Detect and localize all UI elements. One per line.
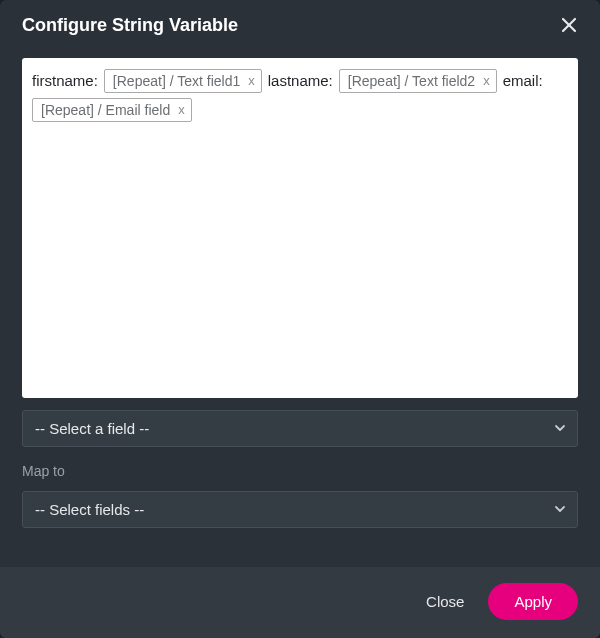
map-to-value: -- Select fields --	[35, 501, 144, 518]
select-field-value: -- Select a field --	[35, 420, 149, 437]
modal-footer: Close Apply	[0, 567, 600, 638]
modal-body: firstname: [Repeat] / Text field1 x last…	[0, 50, 600, 567]
editor-content: firstname: [Repeat] / Text field1 x last…	[32, 68, 568, 122]
map-to-dropdown[interactable]: -- Select fields --	[22, 491, 578, 528]
entry-label: email:	[503, 68, 543, 94]
apply-button[interactable]: Apply	[488, 583, 578, 620]
token-remove-icon[interactable]: x	[246, 68, 257, 94]
close-button[interactable]: Close	[422, 585, 468, 618]
modal-header: Configure String Variable	[0, 0, 600, 50]
map-to-wrap: -- Select fields --	[22, 491, 578, 528]
field-token[interactable]: [Repeat] / Text field2 x	[339, 69, 497, 93]
modal-title: Configure String Variable	[22, 15, 238, 36]
select-field-dropdown[interactable]: -- Select a field --	[22, 410, 578, 447]
token-text: [Repeat] / Text field2	[348, 68, 475, 94]
close-icon[interactable]	[558, 14, 580, 36]
token-remove-icon[interactable]: x	[176, 97, 187, 123]
entry-label: lastname:	[268, 68, 333, 94]
field-token[interactable]: [Repeat] / Text field1 x	[104, 69, 262, 93]
token-text: [Repeat] / Text field1	[113, 68, 240, 94]
map-to-label: Map to	[22, 459, 578, 479]
field-token[interactable]: [Repeat] / Email field x	[32, 98, 192, 122]
template-editor[interactable]: firstname: [Repeat] / Text field1 x last…	[22, 58, 578, 398]
token-remove-icon[interactable]: x	[481, 68, 492, 94]
token-text: [Repeat] / Email field	[41, 97, 170, 123]
configure-string-variable-modal: Configure String Variable firstname: [Re…	[0, 0, 600, 638]
entry-label: firstname:	[32, 68, 98, 94]
select-field-wrap: -- Select a field --	[22, 410, 578, 447]
